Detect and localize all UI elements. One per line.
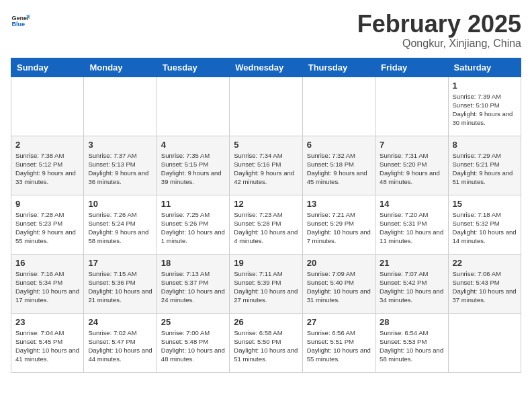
calendar-day-cell: 18Sunrise: 7:13 AM Sunset: 5:37 PM Dayli…	[157, 254, 229, 313]
calendar-day-header: Tuesday	[157, 58, 229, 77]
calendar-day-cell: 21Sunrise: 7:07 AM Sunset: 5:42 PM Dayli…	[375, 254, 448, 313]
calendar-day-cell: 4Sunrise: 7:35 AM Sunset: 5:15 PM Daylig…	[157, 136, 229, 195]
day-info: Sunrise: 7:31 AM Sunset: 5:20 PM Dayligh…	[380, 151, 443, 187]
calendar-day-cell	[448, 313, 521, 372]
logo: General Blue	[11, 11, 30, 30]
day-number: 18	[161, 258, 225, 268]
calendar-day-cell: 6Sunrise: 7:32 AM Sunset: 5:18 PM Daylig…	[302, 136, 375, 195]
calendar-day-cell: 25Sunrise: 7:00 AM Sunset: 5:48 PM Dayli…	[157, 313, 229, 372]
day-info: Sunrise: 7:20 AM Sunset: 5:31 PM Dayligh…	[380, 210, 443, 246]
calendar-week-row: 2Sunrise: 7:38 AM Sunset: 5:12 PM Daylig…	[11, 136, 521, 195]
calendar-day-cell: 13Sunrise: 7:21 AM Sunset: 5:29 PM Dayli…	[302, 195, 375, 254]
calendar-day-cell: 24Sunrise: 7:02 AM Sunset: 5:47 PM Dayli…	[84, 313, 157, 372]
calendar-day-cell: 28Sunrise: 6:54 AM Sunset: 5:53 PM Dayli…	[375, 313, 448, 372]
day-info: Sunrise: 6:54 AM Sunset: 5:53 PM Dayligh…	[380, 328, 443, 364]
day-info: Sunrise: 7:28 AM Sunset: 5:23 PM Dayligh…	[15, 210, 79, 246]
day-number: 13	[307, 199, 371, 209]
day-number: 2	[15, 140, 79, 150]
day-info: Sunrise: 7:32 AM Sunset: 5:18 PM Dayligh…	[307, 151, 371, 187]
day-number: 7	[380, 140, 443, 150]
day-info: Sunrise: 7:04 AM Sunset: 5:45 PM Dayligh…	[15, 328, 79, 364]
day-info: Sunrise: 7:15 AM Sunset: 5:36 PM Dayligh…	[88, 269, 152, 305]
page-header: General Blue February 2025 Qongkur, Xinj…	[11, 11, 521, 50]
calendar-header-row: SundayMondayTuesdayWednesdayThursdayFrid…	[11, 58, 521, 77]
calendar-day-cell: 12Sunrise: 7:23 AM Sunset: 5:28 PM Dayli…	[230, 195, 302, 254]
day-number: 24	[88, 317, 152, 327]
calendar-week-row: 23Sunrise: 7:04 AM Sunset: 5:45 PM Dayli…	[11, 313, 521, 372]
day-number: 23	[15, 317, 79, 327]
day-info: Sunrise: 7:07 AM Sunset: 5:42 PM Dayligh…	[380, 269, 443, 305]
day-info: Sunrise: 7:00 AM Sunset: 5:48 PM Dayligh…	[161, 328, 225, 364]
day-info: Sunrise: 7:29 AM Sunset: 5:21 PM Dayligh…	[453, 151, 517, 187]
calendar-day-cell: 3Sunrise: 7:37 AM Sunset: 5:13 PM Daylig…	[84, 136, 157, 195]
day-number: 3	[88, 140, 152, 150]
calendar-day-cell: 1Sunrise: 7:39 AM Sunset: 5:10 PM Daylig…	[448, 77, 521, 136]
calendar-day-cell: 23Sunrise: 7:04 AM Sunset: 5:45 PM Dayli…	[11, 313, 84, 372]
day-info: Sunrise: 7:16 AM Sunset: 5:34 PM Dayligh…	[15, 269, 79, 305]
calendar-day-cell	[157, 77, 229, 136]
calendar-day-cell	[375, 77, 448, 136]
calendar-week-row: 16Sunrise: 7:16 AM Sunset: 5:34 PM Dayli…	[11, 254, 521, 313]
calendar-day-header: Monday	[84, 58, 157, 77]
calendar-day-cell: 26Sunrise: 6:58 AM Sunset: 5:50 PM Dayli…	[230, 313, 302, 372]
svg-text:Blue: Blue	[11, 21, 25, 28]
day-number: 25	[161, 317, 225, 327]
day-info: Sunrise: 7:23 AM Sunset: 5:28 PM Dayligh…	[234, 210, 298, 246]
calendar-day-cell	[11, 77, 84, 136]
calendar-day-cell: 8Sunrise: 7:29 AM Sunset: 5:21 PM Daylig…	[448, 136, 521, 195]
day-number: 15	[453, 199, 517, 209]
calendar-day-header: Friday	[375, 58, 448, 77]
day-number: 11	[161, 199, 225, 209]
calendar-table: SundayMondayTuesdayWednesdayThursdayFrid…	[11, 58, 521, 373]
calendar-day-cell: 7Sunrise: 7:31 AM Sunset: 5:20 PM Daylig…	[375, 136, 448, 195]
day-number: 28	[380, 317, 443, 327]
calendar-day-cell: 9Sunrise: 7:28 AM Sunset: 5:23 PM Daylig…	[11, 195, 84, 254]
calendar-day-cell: 11Sunrise: 7:25 AM Sunset: 5:26 PM Dayli…	[157, 195, 229, 254]
day-info: Sunrise: 7:13 AM Sunset: 5:37 PM Dayligh…	[161, 269, 225, 305]
calendar-day-cell: 10Sunrise: 7:26 AM Sunset: 5:24 PM Dayli…	[84, 195, 157, 254]
calendar-day-cell: 2Sunrise: 7:38 AM Sunset: 5:12 PM Daylig…	[11, 136, 84, 195]
calendar-day-cell: 14Sunrise: 7:20 AM Sunset: 5:31 PM Dayli…	[375, 195, 448, 254]
month-title: February 2025	[357, 11, 521, 38]
day-number: 10	[88, 199, 152, 209]
calendar-week-row: 9Sunrise: 7:28 AM Sunset: 5:23 PM Daylig…	[11, 195, 521, 254]
day-info: Sunrise: 7:39 AM Sunset: 5:10 PM Dayligh…	[453, 92, 517, 128]
day-info: Sunrise: 7:09 AM Sunset: 5:40 PM Dayligh…	[307, 269, 371, 305]
day-number: 1	[453, 81, 517, 91]
day-info: Sunrise: 7:11 AM Sunset: 5:39 PM Dayligh…	[234, 269, 298, 305]
calendar-day-header: Thursday	[302, 58, 375, 77]
day-number: 26	[234, 317, 298, 327]
calendar-day-cell: 16Sunrise: 7:16 AM Sunset: 5:34 PM Dayli…	[11, 254, 84, 313]
calendar-week-row: 1Sunrise: 7:39 AM Sunset: 5:10 PM Daylig…	[11, 77, 521, 136]
location-title: Qongkur, Xinjiang, China	[357, 38, 521, 50]
day-number: 27	[307, 317, 371, 327]
calendar-day-cell: 17Sunrise: 7:15 AM Sunset: 5:36 PM Dayli…	[84, 254, 157, 313]
calendar-day-header: Sunday	[11, 58, 84, 77]
day-info: Sunrise: 7:21 AM Sunset: 5:29 PM Dayligh…	[307, 210, 371, 246]
day-info: Sunrise: 7:06 AM Sunset: 5:43 PM Dayligh…	[453, 269, 517, 305]
day-number: 4	[161, 140, 225, 150]
calendar-day-cell: 19Sunrise: 7:11 AM Sunset: 5:39 PM Dayli…	[230, 254, 302, 313]
calendar-day-cell	[230, 77, 302, 136]
day-number: 14	[380, 199, 443, 209]
day-info: Sunrise: 7:02 AM Sunset: 5:47 PM Dayligh…	[88, 328, 152, 364]
day-number: 19	[234, 258, 298, 268]
day-number: 8	[453, 140, 517, 150]
day-info: Sunrise: 7:34 AM Sunset: 5:16 PM Dayligh…	[234, 151, 298, 187]
day-number: 21	[380, 258, 443, 268]
day-info: Sunrise: 7:35 AM Sunset: 5:15 PM Dayligh…	[161, 151, 225, 187]
day-number: 6	[307, 140, 371, 150]
day-number: 20	[307, 258, 371, 268]
day-info: Sunrise: 7:25 AM Sunset: 5:26 PM Dayligh…	[161, 210, 225, 246]
day-number: 17	[88, 258, 152, 268]
calendar-day-header: Saturday	[448, 58, 521, 77]
title-section: February 2025 Qongkur, Xinjiang, China	[357, 11, 521, 50]
day-number: 16	[15, 258, 79, 268]
day-number: 12	[234, 199, 298, 209]
calendar-day-cell: 22Sunrise: 7:06 AM Sunset: 5:43 PM Dayli…	[448, 254, 521, 313]
day-number: 9	[15, 199, 79, 209]
calendar-day-header: Wednesday	[230, 58, 302, 77]
day-info: Sunrise: 6:58 AM Sunset: 5:50 PM Dayligh…	[234, 328, 298, 364]
day-info: Sunrise: 7:26 AM Sunset: 5:24 PM Dayligh…	[88, 210, 152, 246]
day-info: Sunrise: 7:18 AM Sunset: 5:32 PM Dayligh…	[453, 210, 517, 246]
